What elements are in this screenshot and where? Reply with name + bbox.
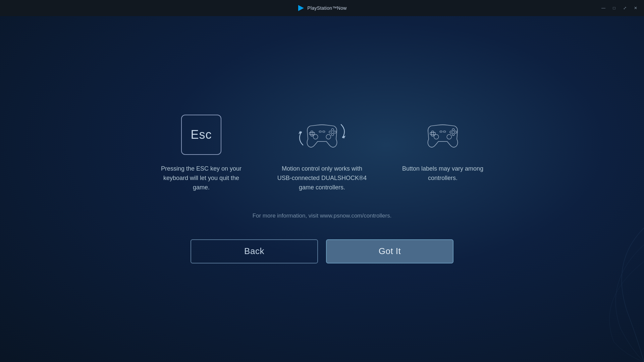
labels-card: 1 2 3 4 Button labels may vary among con…	[396, 115, 490, 183]
titlebar: PlayStation™Now — □ ⤢ ✕	[0, 0, 644, 16]
labels-card-text: Button labels may vary among controllers…	[396, 164, 490, 183]
svg-rect-1	[311, 131, 313, 136]
svg-rect-2	[309, 132, 315, 135]
main-content: Esc Pressing the ESC key on your keyboar…	[0, 16, 644, 362]
motion-card: Motion control only works with USB-conne…	[275, 115, 369, 192]
svg-point-21	[434, 134, 439, 139]
controller-motion-svg	[299, 115, 345, 155]
cards-row: Esc Pressing the ESC key on your keyboar…	[154, 115, 490, 192]
svg-point-5	[331, 133, 334, 136]
buttons-row: Back Got It	[191, 239, 453, 263]
maximize-button[interactable]: □	[611, 5, 617, 11]
esc-card: Esc Pressing the ESC key on your keyboar…	[154, 115, 248, 192]
svg-rect-7	[319, 131, 321, 132]
svg-point-4	[331, 129, 334, 131]
controller-static-svg: 1 2 3 4	[419, 115, 466, 155]
fullscreen-button[interactable]: ⤢	[622, 5, 628, 11]
svg-rect-8	[323, 131, 325, 132]
close-button[interactable]: ✕	[633, 5, 639, 11]
esc-key-graphic: Esc	[181, 115, 221, 155]
window-controls: — □ ⤢ ✕	[600, 0, 639, 16]
svg-point-6	[334, 131, 336, 133]
svg-point-9	[313, 134, 318, 139]
svg-rect-14	[430, 132, 435, 135]
esc-card-text: Pressing the ESC key on your keyboard wi…	[154, 164, 248, 192]
footer-info-text: For more information, visit www.psnow.co…	[253, 213, 392, 219]
svg-rect-19	[440, 131, 442, 132]
svg-point-3	[329, 131, 331, 133]
psn-icon	[297, 4, 305, 12]
static-controller-icon: 1 2 3 4	[419, 115, 466, 155]
motion-controller-icon	[299, 115, 345, 155]
app-title: PlayStation™Now	[307, 5, 346, 11]
svg-rect-13	[432, 131, 434, 136]
gotit-button[interactable]: Got It	[326, 239, 453, 263]
back-button[interactable]: Back	[191, 239, 318, 263]
svg-marker-0	[298, 5, 304, 11]
motion-card-text: Motion control only works with USB-conne…	[275, 164, 369, 192]
esc-icon: Esc	[181, 115, 221, 155]
svg-rect-20	[443, 131, 446, 132]
app-logo: PlayStation™Now	[297, 4, 346, 12]
minimize-button[interactable]: —	[600, 5, 606, 11]
svg-point-22	[447, 134, 451, 139]
svg-point-10	[326, 134, 331, 139]
